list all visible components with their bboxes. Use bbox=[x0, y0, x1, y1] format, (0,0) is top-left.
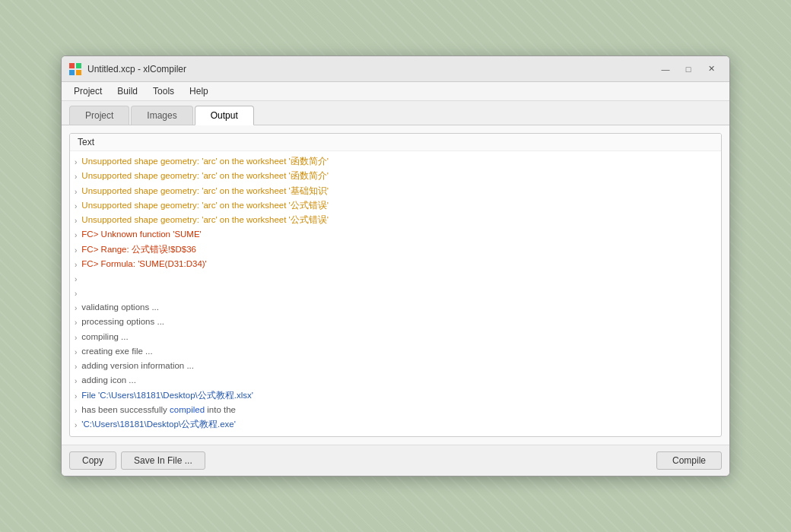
log-line: › Unsupported shape geometry: 'arc' on t… bbox=[70, 198, 721, 213]
svg-rect-2 bbox=[69, 70, 75, 75]
log-text: FC> Range: 公式错误!$D$36 bbox=[81, 243, 716, 256]
log-text: Unsupported shape geometry: 'arc' on the… bbox=[81, 169, 716, 182]
footer: Copy Save In File ... Compile bbox=[62, 445, 729, 476]
log-arrow: › bbox=[75, 361, 77, 372]
compile-button[interactable]: Compile bbox=[656, 451, 722, 470]
footer-left: Copy Save In File ... bbox=[69, 451, 205, 470]
log-arrow: › bbox=[75, 171, 77, 182]
log-arrow: › bbox=[75, 201, 77, 212]
log-line: › FC> Unknown function 'SUME' bbox=[70, 227, 721, 242]
menu-help[interactable]: Help bbox=[182, 84, 216, 99]
window-title: Untitled.xcp - xlCompiler bbox=[87, 64, 655, 74]
log-line: › File 'C:\Users\18181\Desktop\公式教程.xlsx… bbox=[70, 388, 721, 403]
log-arrow: › bbox=[75, 375, 77, 387]
log-text: Unsupported shape geometry: 'arc' on the… bbox=[81, 155, 716, 168]
log-line: › compiling ... bbox=[70, 330, 721, 344]
output-header: Text bbox=[70, 134, 721, 151]
log-arrow: › bbox=[75, 215, 77, 226]
log-text: FC> Formula: 'SUME(D31:D34)' bbox=[81, 258, 716, 271]
log-arrow: › bbox=[75, 186, 77, 198]
log-arrow: › bbox=[75, 332, 77, 344]
copy-button[interactable]: Copy bbox=[69, 451, 116, 470]
svg-rect-3 bbox=[76, 70, 81, 75]
svg-rect-1 bbox=[76, 63, 81, 68]
log-line: › Unsupported shape geometry: 'arc' on t… bbox=[70, 154, 721, 169]
tab-project[interactable]: Project bbox=[69, 106, 129, 125]
output-body[interactable]: › Unsupported shape geometry: 'arc' on t… bbox=[70, 151, 721, 432]
menu-project[interactable]: Project bbox=[66, 84, 110, 99]
window-controls: — □ ✕ bbox=[655, 61, 722, 78]
log-arrow: › bbox=[75, 288, 77, 299]
log-line: › bbox=[70, 271, 721, 286]
main-window: Untitled.xcp - xlCompiler — □ ✕ Project … bbox=[61, 55, 730, 477]
log-arrow: › bbox=[75, 302, 77, 314]
log-arrow: › bbox=[75, 274, 77, 285]
log-line: › validating options ... bbox=[70, 300, 721, 315]
log-arrow: › bbox=[75, 347, 77, 358]
menubar: Project Build Tools Help bbox=[62, 82, 729, 101]
tab-images[interactable]: Images bbox=[131, 106, 192, 125]
log-text: compiling ... bbox=[81, 331, 716, 344]
log-line: › Unsupported shape geometry: 'arc' on t… bbox=[70, 169, 721, 183]
log-text: processing options ... bbox=[81, 315, 716, 328]
output-panel: Text › Unsupported shape geometry: 'arc'… bbox=[69, 133, 722, 437]
log-arrow: › bbox=[75, 259, 77, 271]
content-area: Text › Unsupported shape geometry: 'arc'… bbox=[62, 125, 729, 445]
log-line: › creating exe file ... bbox=[70, 344, 721, 359]
titlebar: Untitled.xcp - xlCompiler — □ ✕ bbox=[62, 56, 729, 82]
log-line: › FC> Range: 公式错误!$D$36 bbox=[70, 242, 721, 257]
log-line: › Unsupported shape geometry: 'arc' on t… bbox=[70, 213, 721, 227]
log-arrow: › bbox=[75, 391, 77, 402]
log-line: › Unsupported shape geometry: 'arc' on t… bbox=[70, 184, 721, 198]
menu-build[interactable]: Build bbox=[110, 84, 145, 99]
tab-output[interactable]: Output bbox=[195, 106, 254, 125]
save-in-file-button[interactable]: Save In File ... bbox=[121, 451, 205, 470]
log-arrow: › bbox=[75, 157, 77, 168]
minimize-button[interactable]: — bbox=[655, 61, 676, 78]
log-line: › 'C:\Users\18181\Desktop\公式教程.exe' bbox=[70, 417, 721, 432]
log-text: has been successfully compiled into the bbox=[81, 404, 716, 416]
log-text: File 'C:\Users\18181\Desktop\公式教程.xlsx' bbox=[81, 389, 716, 402]
log-text: 'C:\Users\18181\Desktop\公式教程.exe' bbox=[81, 418, 716, 431]
log-line: › bbox=[70, 286, 721, 300]
log-line: › adding icon ... bbox=[70, 373, 721, 388]
maximize-button[interactable]: □ bbox=[678, 61, 699, 78]
menu-tools[interactable]: Tools bbox=[145, 84, 182, 99]
log-line: › has been successfully compiled into th… bbox=[70, 403, 721, 417]
tabs-bar: Project Images Output bbox=[62, 101, 729, 125]
log-text: adding icon ... bbox=[81, 374, 716, 387]
log-arrow: › bbox=[75, 245, 77, 256]
log-line: › bbox=[70, 432, 721, 432]
log-line: › adding version information ... bbox=[70, 359, 721, 373]
log-line: › processing options ... bbox=[70, 315, 721, 329]
log-text: adding version information ... bbox=[81, 359, 716, 372]
log-line: › FC> Formula: 'SUME(D31:D34)' bbox=[70, 257, 721, 271]
log-text: FC> Unknown function 'SUME' bbox=[81, 228, 716, 241]
log-text: Unsupported shape geometry: 'arc' on the… bbox=[81, 214, 716, 226]
log-arrow: › bbox=[75, 317, 77, 328]
log-text: Unsupported shape geometry: 'arc' on the… bbox=[81, 199, 716, 212]
app-icon bbox=[69, 63, 81, 75]
close-button[interactable]: ✕ bbox=[700, 61, 722, 78]
log-arrow: › bbox=[75, 230, 77, 241]
log-text: creating exe file ... bbox=[81, 345, 716, 358]
log-text: validating options ... bbox=[81, 301, 716, 314]
svg-rect-0 bbox=[69, 63, 75, 68]
log-arrow: › bbox=[75, 420, 77, 431]
log-arrow: › bbox=[75, 405, 77, 416]
log-text: Unsupported shape geometry: 'arc' on the… bbox=[81, 185, 716, 198]
